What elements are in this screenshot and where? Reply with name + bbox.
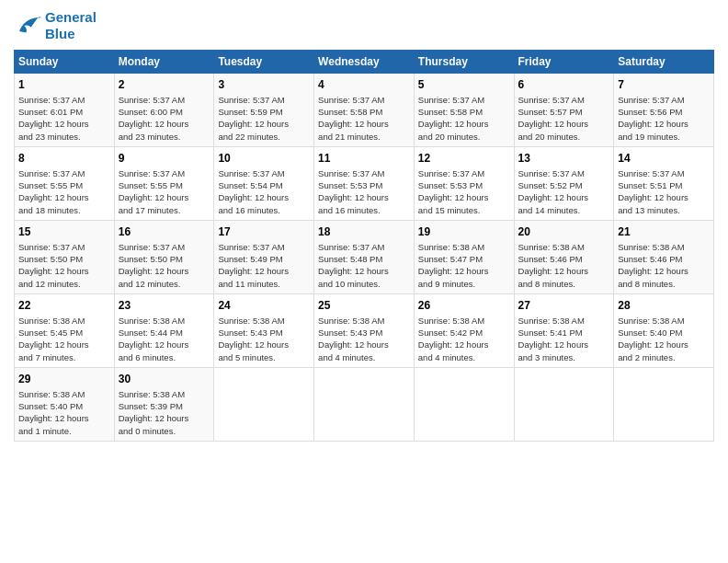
calendar-cell: 22Sunrise: 5:38 AM Sunset: 5:45 PM Dayli… (15, 293, 115, 367)
day-number: 13 (518, 151, 610, 167)
cell-info: Sunrise: 5:38 AM Sunset: 5:42 PM Dayligh… (418, 315, 510, 363)
calendar-cell: 5Sunrise: 5:37 AM Sunset: 5:58 PM Daylig… (414, 74, 514, 147)
calendar-cell (614, 367, 714, 441)
week-row-4: 22Sunrise: 5:38 AM Sunset: 5:45 PM Dayli… (15, 293, 714, 367)
day-number: 3 (218, 77, 310, 93)
calendar-cell: 29Sunrise: 5:38 AM Sunset: 5:40 PM Dayli… (15, 367, 115, 441)
day-number: 2 (119, 77, 210, 93)
cell-info: Sunrise: 5:37 AM Sunset: 5:50 PM Dayligh… (119, 241, 210, 290)
cell-info: Sunrise: 5:37 AM Sunset: 5:57 PM Dayligh… (518, 94, 610, 143)
logo-icon (14, 12, 41, 40)
calendar-cell: 4Sunrise: 5:37 AM Sunset: 5:58 PM Daylig… (314, 74, 415, 147)
header-monday: Monday (114, 51, 214, 74)
logo: General Blue (14, 9, 97, 42)
calendar-cell: 24Sunrise: 5:38 AM Sunset: 5:43 PM Dayli… (214, 293, 314, 367)
calendar-cell: 6Sunrise: 5:37 AM Sunset: 5:57 PM Daylig… (514, 74, 614, 147)
cell-info: Sunrise: 5:37 AM Sunset: 5:53 PM Dayligh… (418, 167, 510, 216)
calendar-cell: 3Sunrise: 5:37 AM Sunset: 5:59 PM Daylig… (214, 74, 314, 147)
calendar-cell: 2Sunrise: 5:37 AM Sunset: 6:00 PM Daylig… (114, 74, 214, 147)
calendar-cell: 8Sunrise: 5:37 AM Sunset: 5:55 PM Daylig… (15, 146, 115, 220)
calendar-cell: 12Sunrise: 5:37 AM Sunset: 5:53 PM Dayli… (414, 146, 514, 220)
logo-text: General Blue (45, 9, 97, 42)
cell-info: Sunrise: 5:38 AM Sunset: 5:45 PM Dayligh… (18, 315, 110, 363)
cell-info: Sunrise: 5:38 AM Sunset: 5:47 PM Dayligh… (418, 241, 510, 290)
day-number: 12 (418, 151, 510, 167)
calendar-cell: 1Sunrise: 5:37 AM Sunset: 6:01 PM Daylig… (15, 74, 115, 147)
calendar-cell (314, 367, 415, 441)
calendar-cell: 9Sunrise: 5:37 AM Sunset: 5:55 PM Daylig… (114, 146, 214, 220)
page-container: General Blue SundayMondayTuesdayWednesda… (0, 0, 728, 451)
day-number: 26 (418, 298, 510, 314)
header-row: General Blue (14, 9, 714, 42)
day-number: 29 (18, 372, 110, 387)
calendar-cell: 27Sunrise: 5:38 AM Sunset: 5:41 PM Dayli… (514, 293, 614, 367)
week-row-3: 15Sunrise: 5:37 AM Sunset: 5:50 PM Dayli… (15, 220, 714, 293)
calendar-cell: 15Sunrise: 5:37 AM Sunset: 5:50 PM Dayli… (15, 220, 115, 293)
week-row-5: 29Sunrise: 5:38 AM Sunset: 5:40 PM Dayli… (15, 367, 714, 441)
cell-info: Sunrise: 5:37 AM Sunset: 5:48 PM Dayligh… (318, 241, 410, 290)
calendar-cell: 7Sunrise: 5:37 AM Sunset: 5:56 PM Daylig… (614, 74, 714, 147)
cell-info: Sunrise: 5:37 AM Sunset: 5:56 PM Dayligh… (618, 94, 710, 143)
calendar-cell: 23Sunrise: 5:38 AM Sunset: 5:44 PM Dayli… (114, 293, 214, 367)
day-number: 22 (18, 298, 110, 314)
day-number: 6 (518, 77, 610, 93)
calendar-header-row: SundayMondayTuesdayWednesdayThursdayFrid… (15, 51, 714, 74)
calendar-cell: 18Sunrise: 5:37 AM Sunset: 5:48 PM Dayli… (314, 220, 415, 293)
calendar-cell: 21Sunrise: 5:38 AM Sunset: 5:46 PM Dayli… (614, 220, 714, 293)
header-tuesday: Tuesday (214, 51, 314, 74)
day-number: 11 (318, 151, 410, 167)
calendar-cell: 26Sunrise: 5:38 AM Sunset: 5:42 PM Dayli… (414, 293, 514, 367)
cell-info: Sunrise: 5:37 AM Sunset: 5:49 PM Dayligh… (218, 241, 310, 290)
calendar-cell: 20Sunrise: 5:38 AM Sunset: 5:46 PM Dayli… (514, 220, 614, 293)
cell-info: Sunrise: 5:38 AM Sunset: 5:46 PM Dayligh… (618, 241, 710, 290)
day-number: 23 (119, 298, 210, 314)
cell-info: Sunrise: 5:37 AM Sunset: 5:54 PM Dayligh… (218, 167, 310, 216)
day-number: 21 (618, 224, 710, 240)
day-number: 10 (218, 151, 310, 167)
cell-info: Sunrise: 5:37 AM Sunset: 5:55 PM Dayligh… (18, 167, 110, 216)
cell-info: Sunrise: 5:38 AM Sunset: 5:44 PM Dayligh… (119, 315, 210, 363)
calendar-cell: 16Sunrise: 5:37 AM Sunset: 5:50 PM Dayli… (114, 220, 214, 293)
day-number: 27 (518, 298, 610, 314)
day-number: 28 (618, 298, 710, 314)
day-number: 15 (18, 224, 110, 240)
day-number: 7 (618, 77, 710, 93)
cell-info: Sunrise: 5:38 AM Sunset: 5:43 PM Dayligh… (218, 315, 310, 363)
calendar-table: SundayMondayTuesdayWednesdayThursdayFrid… (14, 50, 714, 442)
day-number: 9 (119, 151, 210, 167)
day-number: 4 (318, 77, 410, 93)
cell-info: Sunrise: 5:38 AM Sunset: 5:40 PM Dayligh… (618, 315, 710, 363)
calendar-cell: 19Sunrise: 5:38 AM Sunset: 5:47 PM Dayli… (414, 220, 514, 293)
cell-info: Sunrise: 5:38 AM Sunset: 5:43 PM Dayligh… (318, 315, 410, 363)
calendar-cell: 13Sunrise: 5:37 AM Sunset: 5:52 PM Dayli… (514, 146, 614, 220)
cell-info: Sunrise: 5:37 AM Sunset: 6:01 PM Dayligh… (18, 94, 110, 143)
cell-info: Sunrise: 5:37 AM Sunset: 5:58 PM Dayligh… (418, 94, 510, 143)
calendar-cell: 10Sunrise: 5:37 AM Sunset: 5:54 PM Dayli… (214, 146, 314, 220)
calendar-cell (414, 367, 514, 441)
cell-info: Sunrise: 5:37 AM Sunset: 5:50 PM Dayligh… (18, 241, 110, 290)
day-number: 30 (119, 372, 210, 387)
week-row-1: 1Sunrise: 5:37 AM Sunset: 6:01 PM Daylig… (15, 74, 714, 147)
cell-info: Sunrise: 5:37 AM Sunset: 5:52 PM Dayligh… (518, 167, 610, 216)
header-wednesday: Wednesday (314, 51, 415, 74)
day-number: 1 (18, 77, 110, 93)
cell-info: Sunrise: 5:37 AM Sunset: 6:00 PM Dayligh… (119, 94, 210, 143)
calendar-cell: 30Sunrise: 5:38 AM Sunset: 5:39 PM Dayli… (114, 367, 214, 441)
day-number: 16 (119, 224, 210, 240)
day-number: 8 (18, 151, 110, 167)
cell-info: Sunrise: 5:38 AM Sunset: 5:41 PM Dayligh… (518, 315, 610, 363)
day-number: 25 (318, 298, 410, 314)
calendar-cell (214, 367, 314, 441)
cell-info: Sunrise: 5:38 AM Sunset: 5:46 PM Dayligh… (518, 241, 610, 290)
week-row-2: 8Sunrise: 5:37 AM Sunset: 5:55 PM Daylig… (15, 146, 714, 220)
calendar-cell (514, 367, 614, 441)
cell-info: Sunrise: 5:37 AM Sunset: 5:55 PM Dayligh… (119, 167, 210, 216)
calendar-cell: 17Sunrise: 5:37 AM Sunset: 5:49 PM Dayli… (214, 220, 314, 293)
cell-info: Sunrise: 5:37 AM Sunset: 5:53 PM Dayligh… (318, 167, 410, 216)
calendar-cell: 11Sunrise: 5:37 AM Sunset: 5:53 PM Dayli… (314, 146, 415, 220)
header-sunday: Sunday (15, 51, 115, 74)
day-number: 14 (618, 151, 710, 167)
calendar-cell: 25Sunrise: 5:38 AM Sunset: 5:43 PM Dayli… (314, 293, 415, 367)
day-number: 18 (318, 224, 410, 240)
cell-info: Sunrise: 5:37 AM Sunset: 5:59 PM Dayligh… (218, 94, 310, 143)
